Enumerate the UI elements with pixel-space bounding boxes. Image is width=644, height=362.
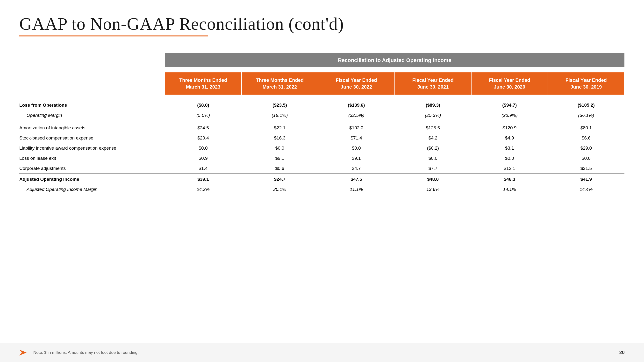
footer-left: Note: $ in millions. Amounts may not foo… bbox=[19, 348, 139, 358]
row-value: $22.1 bbox=[242, 123, 318, 133]
row-value: $29.0 bbox=[548, 143, 624, 153]
row-value: $20.4 bbox=[165, 133, 241, 143]
row-value: ($8.0) bbox=[165, 100, 241, 110]
row-value: ($89.3) bbox=[395, 100, 471, 110]
row-value: 11.1% bbox=[318, 184, 395, 195]
table-row: Liability incentive award compensation e… bbox=[19, 143, 624, 153]
column-headers-row: Three Months Ended March 31, 2023 Three … bbox=[19, 72, 624, 95]
table-row: Loss from Operations($8.0)($23.5)($139.6… bbox=[19, 100, 624, 110]
row-value: $3.1 bbox=[471, 143, 548, 153]
row-value: $39.1 bbox=[165, 174, 241, 185]
row-value: 24.2% bbox=[165, 184, 241, 195]
page-number: 20 bbox=[619, 350, 625, 355]
row-value: $0.9 bbox=[165, 153, 241, 163]
table-row: Operating Margin(5.0%)(19.1%)(32.5%)(25.… bbox=[19, 110, 624, 120]
row-label: Adjusted Operating Income Margin bbox=[19, 184, 165, 195]
post-header-spacer bbox=[19, 95, 624, 100]
row-label: Adjusted Operating Income bbox=[19, 174, 165, 185]
row-value: $0.0 bbox=[165, 143, 241, 153]
table-section: Reconciliation to Adjusted Operating Inc… bbox=[19, 53, 625, 348]
row-value: $0.0 bbox=[242, 143, 318, 153]
row-value: $9.1 bbox=[318, 153, 395, 163]
row-value: ($94.7) bbox=[471, 100, 548, 110]
row-value: $47.5 bbox=[318, 174, 395, 185]
row-label: Liability incentive award compensation e… bbox=[19, 143, 165, 153]
row-value: $120.9 bbox=[471, 123, 548, 133]
title-underline bbox=[19, 35, 208, 36]
row-value: (28.9%) bbox=[471, 110, 548, 120]
row-value: ($139.6) bbox=[318, 100, 395, 110]
footer: Note: $ in millions. Amounts may not foo… bbox=[0, 343, 644, 362]
row-value: $125.6 bbox=[395, 123, 471, 133]
banner-empty bbox=[19, 53, 165, 67]
col-header-0: Three Months Ended March 31, 2023 bbox=[165, 72, 241, 95]
row-label: Loss on lease exit bbox=[19, 153, 165, 163]
table-row: Corporate adjustments$1.4$0.6$4.7$7.7$12… bbox=[19, 163, 624, 174]
row-value: $9.1 bbox=[242, 153, 318, 163]
row-label: Loss from Operations bbox=[19, 100, 165, 110]
row-value: $46.3 bbox=[471, 174, 548, 185]
table-banner: Reconciliation to Adjusted Operating Inc… bbox=[165, 53, 624, 67]
col-header-1: Three Months Ended March 31, 2022 bbox=[242, 72, 318, 95]
col-header-empty bbox=[19, 72, 165, 95]
table-row: Loss on lease exit$0.9$9.1$9.1$0.0$0.0$0… bbox=[19, 153, 624, 163]
row-value: $7.7 bbox=[395, 163, 471, 174]
col-header-2: Fiscal Year Ended June 30, 2022 bbox=[318, 72, 395, 95]
row-value: ($0.2) bbox=[395, 143, 471, 153]
row-value: 20.1% bbox=[242, 184, 318, 195]
row-value: $0.6 bbox=[242, 163, 318, 174]
row-value: 14.1% bbox=[471, 184, 548, 195]
row-value: $16.3 bbox=[242, 133, 318, 143]
footer-note: Note: $ in millions. Amounts may not foo… bbox=[33, 350, 139, 355]
page: GAAP to Non-GAAP Reconciliation (cont'd)… bbox=[0, 0, 644, 362]
col-header-3: Fiscal Year Ended June 30, 2021 bbox=[395, 72, 471, 95]
row-value: $24.5 bbox=[165, 123, 241, 133]
table-row: Stock-based compensation expense$20.4$16… bbox=[19, 133, 624, 143]
row-value: $71.4 bbox=[318, 133, 395, 143]
row-value: $0.0 bbox=[395, 153, 471, 163]
row-value: (32.5%) bbox=[318, 110, 395, 120]
row-value: $0.0 bbox=[471, 153, 548, 163]
row-value: 14.4% bbox=[548, 184, 624, 195]
title-section: GAAP to Non-GAAP Reconciliation (cont'd) bbox=[19, 14, 625, 36]
table-row: Amortization of intangible assets$24.5$2… bbox=[19, 123, 624, 133]
header-spacer bbox=[19, 67, 624, 72]
svg-marker-0 bbox=[19, 350, 26, 356]
row-value: $24.7 bbox=[242, 174, 318, 185]
row-value: $0.0 bbox=[548, 153, 624, 163]
row-label: Corporate adjustments bbox=[19, 163, 165, 174]
row-value: ($23.5) bbox=[242, 100, 318, 110]
row-label: Operating Margin bbox=[19, 110, 165, 120]
row-value: $102.0 bbox=[318, 123, 395, 133]
row-value: $4.9 bbox=[471, 133, 548, 143]
row-value: $0.0 bbox=[318, 143, 395, 153]
row-value: (36.1%) bbox=[548, 110, 624, 120]
banner-row: Reconciliation to Adjusted Operating Inc… bbox=[19, 53, 624, 67]
row-value: $12.1 bbox=[471, 163, 548, 174]
col-header-5: Fiscal Year Ended June 30, 2019 bbox=[548, 72, 624, 95]
row-value: $31.5 bbox=[548, 163, 624, 174]
row-label: Amortization of intangible assets bbox=[19, 123, 165, 133]
table-row: Adjusted Operating Income Margin24.2%20.… bbox=[19, 184, 624, 195]
row-value: $41.9 bbox=[548, 174, 624, 185]
row-label: Stock-based compensation expense bbox=[19, 133, 165, 143]
row-value: $48.0 bbox=[395, 174, 471, 185]
col-header-4: Fiscal Year Ended June 30, 2020 bbox=[471, 72, 548, 95]
row-value: (5.0%) bbox=[165, 110, 241, 120]
footer-icon bbox=[19, 348, 29, 358]
row-value: $4.7 bbox=[318, 163, 395, 174]
row-value: $6.6 bbox=[548, 133, 624, 143]
row-value: $80.1 bbox=[548, 123, 624, 133]
spacer-row bbox=[19, 120, 624, 123]
row-value: (19.1%) bbox=[242, 110, 318, 120]
page-title: GAAP to Non-GAAP Reconciliation (cont'd) bbox=[19, 14, 625, 33]
table-row: Adjusted Operating Income$39.1$24.7$47.5… bbox=[19, 174, 624, 185]
reconciliation-table: Reconciliation to Adjusted Operating Inc… bbox=[19, 53, 625, 195]
row-value: 13.6% bbox=[395, 184, 471, 195]
row-value: (25.3%) bbox=[395, 110, 471, 120]
row-value: $4.2 bbox=[395, 133, 471, 143]
row-value: $1.4 bbox=[165, 163, 241, 174]
row-value: ($105.2) bbox=[548, 100, 624, 110]
